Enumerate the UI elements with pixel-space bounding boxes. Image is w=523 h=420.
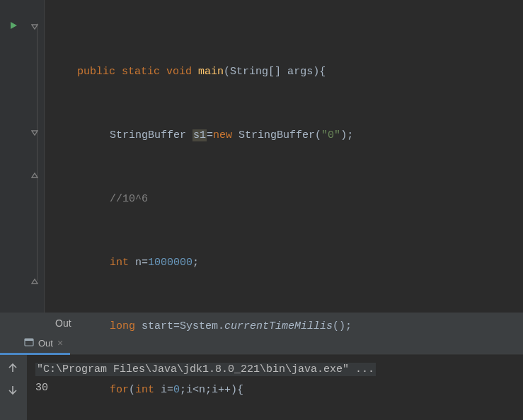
run-gutter-icon[interactable] <box>9 21 18 33</box>
code-text: ;i<n;i++){ <box>180 384 243 396</box>
editor-area: public static void main(String[] args){ … <box>0 0 523 313</box>
method-name: main <box>198 66 224 78</box>
run-config-icon <box>24 337 34 349</box>
var-highlight: s1 <box>192 129 207 141</box>
code-text: ; <box>192 257 199 269</box>
string-literal: "0" <box>321 129 340 141</box>
fold-open-icon[interactable] <box>31 23 38 30</box>
fold-open-icon[interactable] <box>31 129 38 136</box>
code-text: ); <box>340 129 353 141</box>
kw-new: new <box>213 129 232 141</box>
arrow-down-icon[interactable] <box>7 385 20 397</box>
rerun-up-icon[interactable] <box>7 362 20 375</box>
code-text: start=System. <box>135 320 224 332</box>
fold-gutter <box>27 0 45 313</box>
code-text: ( <box>129 384 135 396</box>
kw-static: static <box>122 66 160 78</box>
fold-close-icon[interactable] <box>31 278 38 285</box>
code-text: StringBuffer( <box>232 129 321 141</box>
number-literal: 0 <box>173 384 180 396</box>
kw-void: void <box>166 66 192 78</box>
code-editor[interactable]: public static void main(String[] args){ … <box>45 0 523 313</box>
code-text: (String[] args){ <box>224 66 326 78</box>
comment: //10^6 <box>110 193 148 205</box>
svg-rect-1 <box>25 339 33 341</box>
method-call: currentTimeMillis <box>224 320 333 332</box>
kw-for: for <box>110 384 129 396</box>
code-text: StringBuffer <box>110 129 192 141</box>
kw-int: int <box>135 384 154 396</box>
code-text: (); <box>333 320 352 332</box>
run-gutter <box>0 0 27 313</box>
fold-close-icon[interactable] <box>31 172 38 179</box>
number-literal: 1000000 <box>148 257 192 269</box>
code-text: n= <box>129 257 148 269</box>
code-text: i= <box>154 384 173 396</box>
run-toolbar <box>0 355 27 420</box>
code-text: = <box>207 129 213 141</box>
kw-long: long <box>110 320 135 332</box>
kw-public: public <box>77 66 115 78</box>
kw-int: int <box>110 257 129 269</box>
